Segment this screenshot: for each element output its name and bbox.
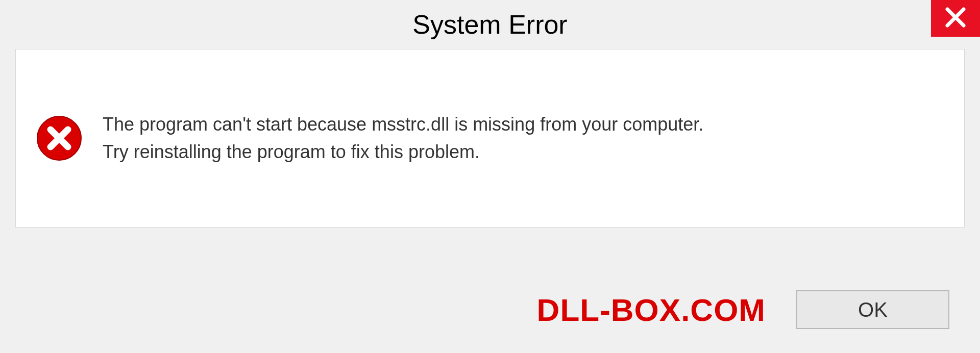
error-dialog-window: System Error The program can't start bec… xyxy=(0,0,980,353)
watermark-text: DLL-BOX.COM xyxy=(537,292,766,328)
close-button[interactable] xyxy=(931,0,980,37)
error-icon xyxy=(36,115,82,161)
ok-button-label: OK xyxy=(858,298,888,321)
dialog-footer: DLL-BOX.COM OK xyxy=(0,266,980,353)
titlebar: System Error xyxy=(0,0,980,49)
error-message-line2: Try reinstalling the program to fix this… xyxy=(103,138,703,166)
dialog-content: The program can't start because msstrc.d… xyxy=(15,49,965,228)
window-title: System Error xyxy=(412,9,567,40)
ok-button[interactable]: OK xyxy=(796,290,949,329)
error-message: The program can't start because msstrc.d… xyxy=(103,111,703,166)
close-icon xyxy=(944,6,967,31)
error-message-line1: The program can't start because msstrc.d… xyxy=(103,111,703,138)
